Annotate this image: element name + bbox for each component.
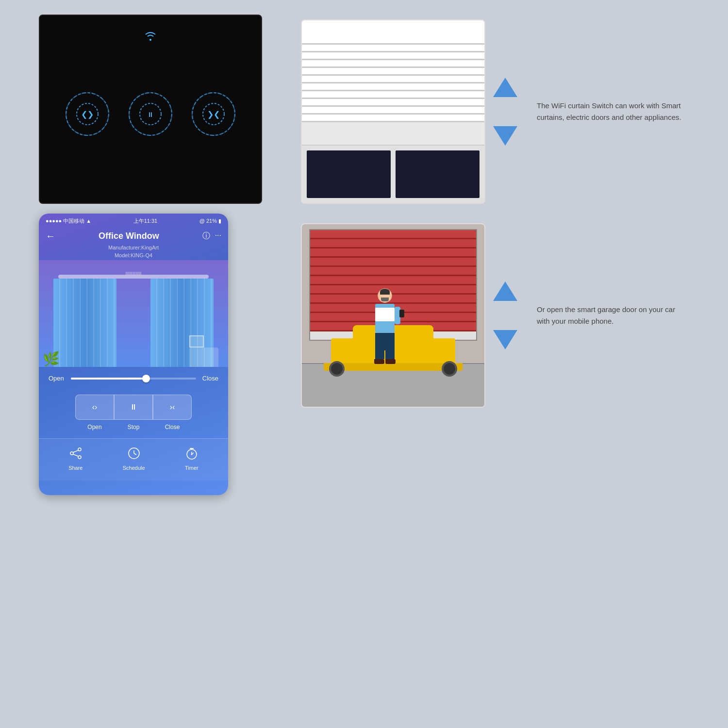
shutter-description: The WiFi curtain Switch can work with Sm… (537, 100, 681, 123)
more-button[interactable]: ··· (215, 231, 221, 241)
svg-point-20 (191, 454, 192, 455)
slider-close-label: Close (201, 375, 218, 382)
control-buttons-row: ‹› ⏸ ›‹ (39, 390, 228, 422)
svg-point-5 (203, 103, 224, 125)
open-button[interactable]: ‹› (75, 395, 114, 420)
footer-timer[interactable]: Timer (185, 447, 199, 471)
shutter-desc-text: The WiFi curtain Switch can work with Sm… (537, 101, 681, 121)
svg-point-0 (149, 39, 151, 41)
share-label: Share (68, 465, 83, 471)
svg-text:❮❯: ❮❯ (81, 110, 94, 119)
schedule-label: Schedule (123, 465, 145, 471)
open-label: Open (75, 424, 114, 430)
svg-point-8 (70, 452, 73, 455)
curtain-rail (58, 275, 209, 279)
app-mockup: ●●●●● 中国移动 ▲ 上午11:31 @ 21% ▮ ← Office Wi… (39, 214, 228, 495)
slider-fill (71, 378, 146, 380)
shutter-slats (302, 45, 484, 142)
control-labels-row: Open Stop Close (39, 422, 228, 438)
right-column: The WiFi curtain Switch can work with Sm… (301, 19, 689, 408)
arrow-down-icon (493, 126, 517, 146)
svg-point-9 (78, 456, 81, 459)
stop-label: Stop (114, 424, 153, 430)
shutter-top-bar (302, 20, 484, 45)
garage-arrow-down-icon (493, 330, 517, 349)
garage-description: Or open the smart garage door on your ca… (537, 304, 675, 327)
switch-buttons: ❮❯ ⏸ ❯❮ (66, 92, 235, 136)
position-slider-row: Open Close (39, 367, 228, 390)
left-column: ❮❯ ⏸ ❯❮ ●●●●● 中国移动 ▲ 上午11:31 @ 21% (39, 15, 267, 495)
switch-stop-btn[interactable]: ⏸ (129, 92, 172, 136)
slider-open-label: Open (49, 375, 66, 382)
battery: @ 21% ▮ (199, 218, 221, 224)
garage-desc-text: Or open the smart garage door on your ca… (537, 305, 675, 325)
status-bar: ●●●●● 中国移动 ▲ 上午11:31 @ 21% ▮ (39, 214, 228, 229)
wifi-icon (144, 30, 157, 44)
close-button[interactable]: ›‹ (153, 395, 192, 420)
close-label: Close (153, 424, 192, 430)
svg-line-11 (73, 454, 78, 456)
timer-icon (185, 447, 199, 463)
svg-point-7 (78, 448, 81, 451)
plant-icon: 🌿 (43, 351, 60, 367)
picture-frame (189, 335, 204, 347)
shutter-bottom (302, 145, 484, 203)
svg-line-10 (73, 450, 78, 452)
svg-text:⏸: ⏸ (147, 111, 154, 118)
garage-arrows (493, 281, 517, 349)
app-header: ← Office Window ⓘ ··· (39, 229, 228, 245)
garage-image (301, 223, 485, 408)
schedule-icon (127, 447, 141, 463)
curtain-left (53, 279, 116, 367)
svg-text:❯❮: ❯❮ (207, 110, 220, 119)
back-button[interactable]: ← (46, 231, 55, 242)
manufacturer-label: Manufacturer:KingArt (39, 245, 228, 250)
arrow-up-icon (493, 78, 517, 97)
switch-open-btn[interactable]: ❮❯ (66, 92, 109, 136)
info-button[interactable]: ⓘ (202, 231, 210, 241)
garage-arrow-up-icon (493, 281, 517, 301)
shutter-arrows (493, 78, 517, 146)
window-pane-right (396, 150, 480, 198)
svg-point-3 (140, 103, 161, 125)
person-figure (374, 288, 396, 364)
clock: 上午11:31 (133, 217, 158, 225)
window-pane-left (307, 150, 391, 198)
signal-strength: ●●●●● 中国移动 ▲ (46, 217, 91, 225)
touch-switch-panel: ❮❯ ⏸ ❯❮ (39, 15, 262, 204)
svg-line-14 (134, 453, 136, 455)
share-icon (69, 447, 83, 463)
model-label: Model:KING-Q4 (39, 252, 228, 258)
switch-close-btn[interactable]: ❯❮ (192, 92, 235, 136)
curtain-scene: |||||||||||||||| 🌿 (39, 260, 228, 367)
shutter-image (301, 19, 485, 204)
shutter-section: The WiFi curtain Switch can work with Sm… (301, 19, 689, 204)
nightstand (189, 347, 218, 367)
slider-thumb[interactable] (142, 375, 150, 382)
svg-point-1 (77, 103, 98, 125)
timer-label: Timer (185, 465, 199, 471)
app-footer: Share Schedule (39, 438, 228, 480)
garage-section: Or open the smart garage door on your ca… (301, 223, 689, 408)
app-title: Office Window (99, 231, 159, 241)
footer-schedule[interactable]: Schedule (123, 447, 145, 471)
slider-track[interactable] (71, 378, 196, 380)
footer-share[interactable]: Share (68, 447, 83, 471)
stop-button[interactable]: ⏸ (114, 395, 153, 420)
